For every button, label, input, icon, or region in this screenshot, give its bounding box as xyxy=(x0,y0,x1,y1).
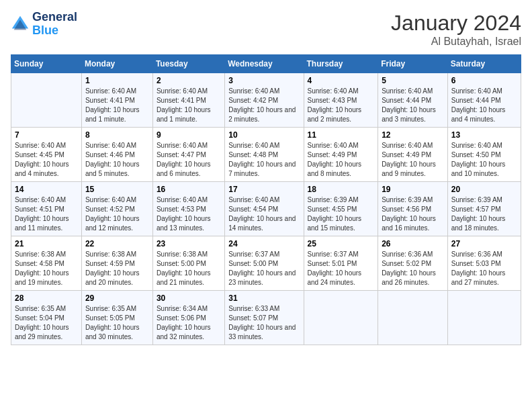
calendar-cell: 8Sunrise: 6:40 AMSunset: 4:46 PMDaylight… xyxy=(81,128,152,182)
day-info: Sunrise: 6:40 AMSunset: 4:44 PMDaylight:… xyxy=(451,87,517,124)
calendar-cell: 24Sunrise: 6:37 AMSunset: 5:00 PMDayligh… xyxy=(225,236,304,291)
day-number: 5 xyxy=(382,76,444,85)
calendar-cell xyxy=(447,291,521,345)
day-number: 15 xyxy=(85,185,149,194)
day-info: Sunrise: 6:40 AMSunset: 4:49 PMDaylight:… xyxy=(308,141,375,179)
calendar-cell: 6Sunrise: 6:40 AMSunset: 4:44 PMDaylight… xyxy=(447,73,521,128)
day-info: Sunrise: 6:38 AMSunset: 5:00 PMDaylight:… xyxy=(157,250,221,287)
calendar-cell: 14Sunrise: 6:40 AMSunset: 4:51 PMDayligh… xyxy=(11,182,82,236)
day-info: Sunrise: 6:37 AMSunset: 5:00 PMDaylight:… xyxy=(228,250,300,287)
weekday-header: Sunday xyxy=(11,55,82,73)
day-info: Sunrise: 6:38 AMSunset: 4:58 PMDaylight:… xyxy=(15,250,78,287)
calendar-cell: 21Sunrise: 6:38 AMSunset: 4:58 PMDayligh… xyxy=(11,236,82,291)
calendar-cell: 13Sunrise: 6:40 AMSunset: 4:50 PMDayligh… xyxy=(447,128,521,182)
day-info: Sunrise: 6:40 AMSunset: 4:44 PMDaylight:… xyxy=(382,87,444,124)
weekday-header: Saturday xyxy=(447,55,521,73)
day-number: 18 xyxy=(308,185,375,194)
day-number: 26 xyxy=(382,239,444,248)
location: Al Butayhah, Israel xyxy=(391,36,521,48)
logo-icon xyxy=(11,15,30,34)
calendar-week-row: 7Sunrise: 6:40 AMSunset: 4:45 PMDaylight… xyxy=(11,128,521,182)
day-info: Sunrise: 6:33 AMSunset: 5:07 PMDaylight:… xyxy=(228,304,300,342)
day-number: 24 xyxy=(228,239,300,248)
calendar-cell: 23Sunrise: 6:38 AMSunset: 5:00 PMDayligh… xyxy=(152,236,224,291)
weekday-header: Tuesday xyxy=(152,55,224,73)
day-number: 22 xyxy=(85,239,149,248)
calendar-cell xyxy=(378,291,448,345)
calendar-cell: 12Sunrise: 6:40 AMSunset: 4:49 PMDayligh… xyxy=(378,128,448,182)
day-info: Sunrise: 6:40 AMSunset: 4:45 PMDaylight:… xyxy=(15,141,78,179)
calendar-cell: 17Sunrise: 6:40 AMSunset: 4:54 PMDayligh… xyxy=(225,182,304,236)
day-info: Sunrise: 6:35 AMSunset: 5:05 PMDaylight:… xyxy=(85,304,149,342)
weekday-header: Friday xyxy=(378,55,448,73)
day-number: 21 xyxy=(15,239,78,248)
day-number: 23 xyxy=(157,239,221,248)
day-number: 2 xyxy=(157,76,221,85)
day-number: 11 xyxy=(308,130,375,140)
day-number: 16 xyxy=(157,185,221,194)
day-number: 14 xyxy=(15,185,78,194)
calendar-cell: 16Sunrise: 6:40 AMSunset: 4:53 PMDayligh… xyxy=(152,182,224,236)
day-number: 10 xyxy=(228,130,300,140)
day-info: Sunrise: 6:40 AMSunset: 4:43 PMDaylight:… xyxy=(308,87,375,124)
day-info: Sunrise: 6:40 AMSunset: 4:54 PMDaylight:… xyxy=(228,195,300,233)
calendar-cell: 26Sunrise: 6:36 AMSunset: 5:02 PMDayligh… xyxy=(378,236,448,291)
day-info: Sunrise: 6:40 AMSunset: 4:53 PMDaylight:… xyxy=(157,195,221,233)
calendar-cell: 2Sunrise: 6:40 AMSunset: 4:41 PMDaylight… xyxy=(152,73,224,128)
day-number: 27 xyxy=(451,239,517,248)
calendar-cell: 5Sunrise: 6:40 AMSunset: 4:44 PMDaylight… xyxy=(378,73,448,128)
calendar-cell: 25Sunrise: 6:37 AMSunset: 5:01 PMDayligh… xyxy=(304,236,378,291)
day-info: Sunrise: 6:36 AMSunset: 5:03 PMDaylight:… xyxy=(451,250,517,287)
day-info: Sunrise: 6:36 AMSunset: 5:02 PMDaylight:… xyxy=(382,250,444,287)
day-number: 7 xyxy=(15,130,78,140)
calendar-week-row: 28Sunrise: 6:35 AMSunset: 5:04 PMDayligh… xyxy=(11,291,521,345)
day-number: 1 xyxy=(85,76,149,85)
calendar-cell: 20Sunrise: 6:39 AMSunset: 4:57 PMDayligh… xyxy=(447,182,521,236)
day-info: Sunrise: 6:37 AMSunset: 5:01 PMDaylight:… xyxy=(308,250,375,287)
day-number: 3 xyxy=(228,76,300,85)
calendar-cell: 28Sunrise: 6:35 AMSunset: 5:04 PMDayligh… xyxy=(11,291,82,345)
logo-line1: General xyxy=(32,11,77,24)
day-number: 12 xyxy=(382,130,444,140)
day-info: Sunrise: 6:34 AMSunset: 5:06 PMDaylight:… xyxy=(157,304,221,342)
day-info: Sunrise: 6:40 AMSunset: 4:46 PMDaylight:… xyxy=(85,141,149,179)
logo-text: General Blue xyxy=(32,11,77,38)
calendar-week-row: 14Sunrise: 6:40 AMSunset: 4:51 PMDayligh… xyxy=(11,182,521,236)
calendar-table: SundayMondayTuesdayWednesdayThursdayFrid… xyxy=(11,54,521,345)
calendar-cell: 31Sunrise: 6:33 AMSunset: 5:07 PMDayligh… xyxy=(225,291,304,345)
day-info: Sunrise: 6:40 AMSunset: 4:52 PMDaylight:… xyxy=(85,195,149,233)
day-info: Sunrise: 6:39 AMSunset: 4:56 PMDaylight:… xyxy=(382,195,444,233)
calendar-week-row: 21Sunrise: 6:38 AMSunset: 4:58 PMDayligh… xyxy=(11,236,521,291)
month-title: January 2024 xyxy=(391,11,521,36)
calendar-cell: 3Sunrise: 6:40 AMSunset: 4:42 PMDaylight… xyxy=(225,73,304,128)
weekday-header-row: SundayMondayTuesdayWednesdayThursdayFrid… xyxy=(11,55,521,73)
day-number: 13 xyxy=(451,130,517,140)
calendar-cell: 19Sunrise: 6:39 AMSunset: 4:56 PMDayligh… xyxy=(378,182,448,236)
calendar-cell: 10Sunrise: 6:40 AMSunset: 4:48 PMDayligh… xyxy=(225,128,304,182)
day-info: Sunrise: 6:35 AMSunset: 5:04 PMDaylight:… xyxy=(15,304,78,342)
calendar-week-row: 1Sunrise: 6:40 AMSunset: 4:41 PMDaylight… xyxy=(11,73,521,128)
day-info: Sunrise: 6:39 AMSunset: 4:57 PMDaylight:… xyxy=(451,195,517,233)
day-number: 20 xyxy=(451,185,517,194)
day-info: Sunrise: 6:40 AMSunset: 4:50 PMDaylight:… xyxy=(451,141,517,179)
day-number: 8 xyxy=(85,130,149,140)
calendar-cell: 27Sunrise: 6:36 AMSunset: 5:03 PMDayligh… xyxy=(447,236,521,291)
day-number: 28 xyxy=(15,293,78,303)
day-info: Sunrise: 6:40 AMSunset: 4:42 PMDaylight:… xyxy=(228,87,300,124)
day-info: Sunrise: 6:39 AMSunset: 4:55 PMDaylight:… xyxy=(308,195,375,233)
calendar-cell: 29Sunrise: 6:35 AMSunset: 5:05 PMDayligh… xyxy=(81,291,152,345)
day-number: 17 xyxy=(228,185,300,194)
calendar-cell: 22Sunrise: 6:38 AMSunset: 4:59 PMDayligh… xyxy=(81,236,152,291)
title-block: January 2024 Al Butayhah, Israel xyxy=(391,11,521,48)
calendar-cell: 4Sunrise: 6:40 AMSunset: 4:43 PMDaylight… xyxy=(304,73,378,128)
calendar-cell: 1Sunrise: 6:40 AMSunset: 4:41 PMDaylight… xyxy=(81,73,152,128)
day-number: 19 xyxy=(382,185,444,194)
logo-line2: Blue xyxy=(32,24,77,38)
day-info: Sunrise: 6:38 AMSunset: 4:59 PMDaylight:… xyxy=(85,250,149,287)
day-info: Sunrise: 6:40 AMSunset: 4:51 PMDaylight:… xyxy=(15,195,78,233)
weekday-header: Thursday xyxy=(304,55,378,73)
calendar-cell: 18Sunrise: 6:39 AMSunset: 4:55 PMDayligh… xyxy=(304,182,378,236)
day-number: 9 xyxy=(157,130,221,140)
calendar-cell xyxy=(304,291,378,345)
day-number: 6 xyxy=(451,76,517,85)
